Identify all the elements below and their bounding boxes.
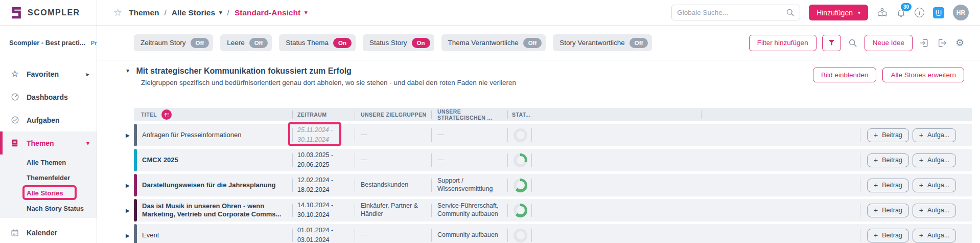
status-donut[interactable]	[514, 153, 527, 167]
intercom-chat-icon[interactable]	[933, 7, 944, 18]
sort-badge-icon[interactable]	[161, 109, 172, 120]
scompler-logo-icon	[10, 6, 23, 19]
filter-toggle-zeitraum-story[interactable]: Zeitraum Story Off	[134, 34, 213, 51]
add-beitrag-button[interactable]: +Beitrag	[867, 153, 909, 167]
plus-icon: +	[919, 207, 923, 214]
filter-toggle-story-verantwortliche[interactable]: Story Verantwortliche Off	[553, 34, 652, 51]
status-donut[interactable]	[514, 204, 527, 217]
add-aufgabe-button[interactable]: +Aufga...	[913, 179, 956, 192]
notifications-bell-icon[interactable]: 30	[896, 8, 906, 18]
expand-arrow-icon[interactable]: ▶	[126, 132, 130, 138]
breadcrumb: ☆ Themen / Alle Stories ▾ / Standard-Ans…	[113, 7, 308, 18]
sidebar-item-nach-story-status[interactable]: Nach Story Status	[0, 201, 97, 216]
expand-arrow-icon[interactable]: ▶	[126, 208, 130, 213]
story-title[interactable]: Das ist Musik in unseren Ohren - wenn Ma…	[142, 202, 292, 219]
strategischen-cell: Support / Wissensvermittlung	[431, 174, 507, 196]
sidebar-item-label: Aufgaben	[27, 116, 60, 124]
filter-toggle-status-story[interactable]: Status Story On	[363, 34, 434, 51]
gauge-icon	[10, 93, 19, 101]
avatar[interactable]: HR	[953, 5, 969, 20]
status-donut[interactable]	[514, 128, 527, 142]
column-header-zielgruppen: UNSERE ZIELGRUPPEN	[355, 108, 431, 121]
search-icon[interactable]	[786, 8, 795, 17]
plus-icon: +	[874, 182, 878, 189]
favorite-star-icon[interactable]: ☆	[113, 7, 122, 18]
filter-toggle-thema-verantwortliche[interactable]: Thema Verantwortliche Off	[441, 34, 546, 51]
breadcrumb-separator: /	[164, 8, 166, 17]
toggle-state-badge: On	[412, 38, 430, 48]
filter-hinzufuegen-button[interactable]: Filter hinzufügen	[749, 35, 816, 51]
expand-arrow-icon[interactable]: ▶	[126, 183, 130, 188]
filter-actions: Filter hinzufügen Neue Idee ⚙	[749, 35, 966, 51]
collapse-caret-icon[interactable]: ▾	[126, 67, 129, 74]
filter-toggle-status-thema[interactable]: Status Thema On	[279, 34, 356, 51]
notification-count-badge: 30	[901, 3, 912, 11]
story-title[interactable]: CMCX 2025	[142, 156, 178, 164]
column-header-status: STAT...	[507, 108, 531, 121]
add-aufgabe-button[interactable]: +Aufga...	[913, 229, 956, 242]
add-aufgabe-button[interactable]: +Aufga...	[913, 204, 956, 217]
story-title[interactable]: Event	[142, 231, 159, 239]
sidebar-item-aufgaben[interactable]: Aufgaben	[0, 108, 97, 131]
zeitraum-cell: 10.03.2025 -20.06.2025	[292, 149, 355, 171]
sidebar-item-themen[interactable]: Themen ▾	[0, 131, 97, 154]
sidebar-item-favoriten[interactable]: ☆ Favoriten ▸	[0, 62, 97, 85]
table-row: ▶ Das ist Musik in unseren Ohren - wenn …	[134, 199, 972, 222]
zielgruppen-cell: —	[355, 124, 431, 146]
strategischen-cell: Community aufbauen	[431, 224, 507, 243]
expand-arrow-icon[interactable]: ▶	[126, 233, 130, 238]
sidebar: Scompler - Best practi... Pro ☆ Favorite…	[0, 26, 97, 243]
breadcrumb-standard-ansicht[interactable]: Standard-Ansicht	[235, 8, 300, 17]
hinzufuegen-button[interactable]: Hinzufügen ▾	[809, 5, 868, 20]
zeitraum-cell: 01.01.2024 -03.01.2024	[292, 224, 355, 243]
filter-toggle-leere[interactable]: Leere Off	[220, 34, 272, 51]
story-title[interactable]: Anfragen für Presseinformationen	[142, 131, 241, 139]
gear-icon[interactable]: ⚙	[955, 38, 964, 48]
academy-book-icon[interactable]	[877, 7, 888, 18]
sidebar-subitem-label: Themenfelder	[27, 174, 70, 182]
toggle-label: Story Verantwortliche	[559, 39, 625, 47]
status-donut[interactable]	[514, 229, 527, 242]
neue-idee-button[interactable]: Neue Idee	[865, 35, 913, 51]
star-icon: ☆	[10, 69, 19, 79]
bild-einblenden-button[interactable]: Bild einblenden	[813, 68, 876, 82]
row-actions: +Beitrag +Aufga...	[860, 174, 972, 196]
logo-text: SCOMPLER	[28, 8, 80, 17]
sidebar-item-alle-themen[interactable]: Alle Themen	[0, 154, 97, 170]
toggle-state-badge: Off	[523, 38, 542, 48]
header-divider	[701, 111, 702, 119]
logo[interactable]: SCOMPLER	[0, 0, 97, 25]
search-icon[interactable]	[848, 38, 857, 48]
column-header-strategischen: UNSERE STRATEGISCHEN ...	[431, 108, 507, 121]
add-beitrag-button[interactable]: +Beitrag	[867, 229, 909, 242]
status-donut[interactable]	[514, 179, 527, 192]
section-buttons: Bild einblenden Alle Stories erweitern	[813, 68, 964, 82]
sidebar-item-alle-stories[interactable]: Alle Stories	[0, 185, 97, 201]
section-title: Mit strategischer Kommunikation fokussie…	[136, 67, 351, 75]
zielgruppen-cell: Bestandskunden	[355, 174, 431, 196]
strategischen-cell: Service-Führerschaft, Community aufbauen	[431, 199, 507, 222]
add-beitrag-button[interactable]: +Beitrag	[867, 179, 909, 192]
sidebar-item-dashboards[interactable]: Dashboards	[0, 85, 97, 108]
breadcrumb-alle-stories[interactable]: Alle Stories	[172, 8, 215, 17]
info-icon[interactable]: i	[915, 8, 924, 17]
plus-icon: +	[874, 157, 878, 164]
workspace-switcher[interactable]: Scompler - Best practi... Pro	[0, 26, 97, 62]
alle-stories-erweitern-button[interactable]: Alle Stories erweitern	[882, 68, 964, 82]
import-icon[interactable]	[920, 38, 929, 48]
table-row: ▶ Event 01.01.2024 -03.01.2024 — Communi…	[134, 224, 972, 243]
sidebar-item-kalender[interactable]: Kalender	[0, 221, 97, 243]
export-icon[interactable]	[938, 38, 947, 48]
funnel-filter-button[interactable]	[822, 35, 841, 51]
breadcrumb-themen[interactable]: Themen	[129, 8, 159, 17]
toggle-label: Thema Verantwortliche	[448, 39, 519, 47]
add-beitrag-button[interactable]: +Beitrag	[867, 128, 909, 142]
global-search-input[interactable]	[677, 9, 786, 16]
chevron-down-icon: ▾	[219, 9, 222, 16]
add-aufgabe-button[interactable]: +Aufga...	[913, 153, 956, 167]
row-actions: +Beitrag +Aufga...	[860, 124, 972, 146]
sidebar-item-themenfelder[interactable]: Themenfelder	[0, 170, 97, 185]
story-title[interactable]: Darstellungsweisen für die Jahresplanung	[142, 181, 276, 189]
add-beitrag-button[interactable]: +Beitrag	[867, 204, 909, 217]
add-aufgabe-button[interactable]: +Aufga...	[913, 128, 956, 142]
